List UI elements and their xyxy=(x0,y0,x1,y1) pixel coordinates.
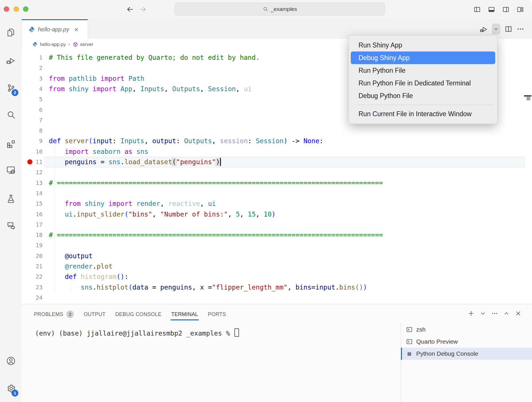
editor-toolbar xyxy=(480,23,525,35)
line-number: 7 xyxy=(22,115,43,125)
menu-item-debug-shiny-app[interactable]: Debug Shiny App xyxy=(351,51,495,64)
breakpoint-icon[interactable] xyxy=(27,159,32,164)
line-number: 22 xyxy=(22,271,43,282)
badge: 2 xyxy=(11,89,18,96)
code-line-9: def server(input: Inputs, output: Output… xyxy=(49,136,323,146)
line-number: 14 xyxy=(22,188,43,198)
breadcrumb-separator: › xyxy=(68,41,70,47)
code-line-23: sns.histplot(data = penguins, x ="flippe… xyxy=(49,282,367,292)
split-editor-icon xyxy=(504,25,512,33)
code-line-20: @output xyxy=(49,251,92,261)
back-arrow-icon[interactable] xyxy=(126,5,134,13)
terminal-icon xyxy=(406,338,413,345)
activity-item-explorer[interactable] xyxy=(0,24,22,42)
activity-item-settings[interactable]: 1 xyxy=(0,380,22,398)
line-number: 18 xyxy=(22,230,43,240)
activity-item-comments[interactable] xyxy=(0,218,22,235)
activity-item-source-control[interactable]: 2 xyxy=(0,80,22,97)
debug-console-icon xyxy=(406,350,413,357)
panel-tabs: PROBLEMS2OUTPUTDEBUG CONSOLETERMINALPORT… xyxy=(34,308,226,320)
code-line-11: penguins = sns.load_dataset("penguins") xyxy=(49,157,221,167)
line-number: 20 xyxy=(22,251,43,261)
split-editor-button[interactable] xyxy=(504,25,512,33)
tab-hello-app-py[interactable]: hello-app.py xyxy=(22,19,88,39)
terminal-list-item-python-debug-console[interactable]: Python Debug Console xyxy=(401,348,532,360)
window-minimize-button[interactable] xyxy=(14,6,19,12)
testing-icon xyxy=(6,194,16,205)
menu-item-run-shiny-app[interactable]: Run Shiny App xyxy=(351,39,495,51)
activity-item-extensions[interactable] xyxy=(0,136,22,153)
search-icon xyxy=(263,6,268,12)
plus-icon xyxy=(468,310,475,317)
line-number: 10 xyxy=(22,146,43,157)
window-layout-icons xyxy=(473,6,524,13)
menu-item-run-python-file-in-dedicated-terminal[interactable]: Run Python File in Dedicated Terminal xyxy=(351,77,495,89)
terminal-list-item-quarto-preview[interactable]: Quarto Preview xyxy=(401,336,532,348)
window-zoom-button[interactable] xyxy=(23,6,28,12)
layout-sidebar-left-icon[interactable] xyxy=(473,6,481,13)
command-center-search[interactable]: _examples xyxy=(175,3,385,16)
badge: 1 xyxy=(11,390,18,397)
line-number: 15 xyxy=(22,198,43,209)
code-line-15: from shiny import render, reactive, ui xyxy=(49,198,216,209)
line-number: 6 xyxy=(22,105,43,115)
menu-item-run-python-file[interactable]: Run Python File xyxy=(351,64,495,77)
search-value: _examples xyxy=(271,6,297,12)
overview-ruler-slider[interactable] xyxy=(527,97,530,100)
panel-tab-debug-console[interactable]: DEBUG CONSOLE xyxy=(115,308,161,320)
code-line-1: # This file generated by Quarto; do not … xyxy=(49,52,260,63)
chevron-down-icon xyxy=(493,26,499,32)
breadcrumb-file[interactable]: hello-app.py xyxy=(40,42,66,47)
forward-arrow-icon[interactable] xyxy=(139,5,147,13)
code-line-21: @render.plot xyxy=(49,261,113,271)
text-cursor xyxy=(220,158,221,166)
code-line-22: def histogram(): xyxy=(49,271,128,282)
activity-item-search[interactable] xyxy=(0,107,22,124)
line-number: 21 xyxy=(22,261,43,271)
line-number: 8 xyxy=(22,125,43,136)
line-number: 23 xyxy=(22,282,43,292)
menu-item-debug-python-file[interactable]: Debug Python File xyxy=(351,89,495,102)
run-options-chevron-button[interactable] xyxy=(492,24,500,35)
code-line-18: # ======================================… xyxy=(49,230,383,240)
window-close-button[interactable] xyxy=(4,6,9,12)
line-number: 24 xyxy=(22,292,43,303)
line-number: 5 xyxy=(22,94,43,104)
panel-tab-output[interactable]: OUTPUT xyxy=(84,308,105,320)
problems-count-badge: 2 xyxy=(66,311,74,318)
terminal-icon xyxy=(406,326,413,333)
line-number: 16 xyxy=(22,209,43,219)
new-terminal-button[interactable] xyxy=(468,310,475,317)
line-number: 9 xyxy=(22,136,43,146)
code-line-3: from pathlib import Path xyxy=(49,73,144,84)
activity-item-remote-explorer[interactable] xyxy=(0,162,22,179)
panel-more-button[interactable] xyxy=(491,310,498,317)
menu-item-run-current-file-in-interactive-window[interactable]: Run Current File in Interactive Window xyxy=(351,108,495,120)
more-actions-button[interactable] xyxy=(516,25,525,33)
close-icon[interactable] xyxy=(74,27,79,32)
activity-item-testing[interactable] xyxy=(0,191,22,208)
close-icon xyxy=(515,310,522,317)
activity-bar: 21 xyxy=(0,19,22,402)
layout-sidebar-right-icon[interactable] xyxy=(502,6,510,13)
line-number: 19 xyxy=(22,240,43,250)
panel-tab-ports[interactable]: PORTS xyxy=(208,308,226,320)
line-number: 17 xyxy=(22,219,43,230)
layout-panel-icon[interactable] xyxy=(488,6,495,13)
activity-item-run-debug[interactable] xyxy=(0,52,22,70)
files-icon xyxy=(6,28,16,39)
maximize-panel-button[interactable] xyxy=(503,310,510,317)
panel-tab-terminal[interactable]: TERMINAL xyxy=(171,308,198,320)
close-panel-button[interactable] xyxy=(515,310,522,317)
debug-run-button[interactable] xyxy=(480,25,488,33)
search-icon xyxy=(6,110,16,121)
terminal-list-item-zsh[interactable]: zsh xyxy=(401,323,532,336)
breadcrumb-symbol[interactable]: server xyxy=(80,42,93,47)
tab-label: hello-app.py xyxy=(38,26,69,33)
layout-customize-icon[interactable] xyxy=(516,6,524,13)
activity-item-accounts[interactable] xyxy=(0,353,22,370)
terminal-prompt: (env) (base) jjallaire@jjallairesmbp2 _e… xyxy=(35,328,239,337)
panel-tab-problems[interactable]: PROBLEMS2 xyxy=(34,308,74,320)
terminal-profiles-chevron-button[interactable] xyxy=(479,310,486,317)
overview-ruler-marker xyxy=(524,95,531,97)
